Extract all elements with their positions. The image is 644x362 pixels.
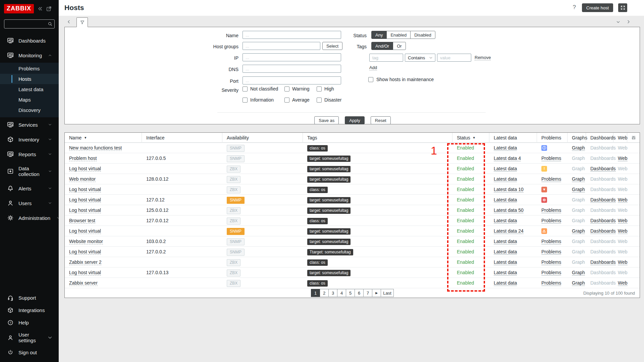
sidebar-item-help[interactable]: ?Help bbox=[0, 316, 59, 329]
sidebar-search-input[interactable] bbox=[4, 19, 55, 28]
latest-data-link[interactable]: Latest data bbox=[494, 280, 517, 286]
latest-data-link[interactable]: Latest data bbox=[494, 145, 517, 151]
sidebar-subitem-discovery[interactable]: Discovery bbox=[0, 105, 59, 115]
next-page-button[interactable]: ▶ bbox=[372, 289, 381, 297]
host-name-link[interactable]: Log host virtual bbox=[69, 187, 101, 192]
severity-option-warning[interactable]: Warning bbox=[284, 86, 317, 92]
web-link[interactable]: Web bbox=[618, 228, 628, 234]
web-link[interactable]: Web bbox=[618, 156, 628, 161]
last-page-button[interactable]: Last bbox=[381, 289, 394, 297]
create-host-button[interactable]: Create host bbox=[582, 3, 613, 12]
tag-value-input[interactable] bbox=[437, 54, 471, 62]
host-name-link[interactable]: Log host virtual bbox=[69, 166, 101, 172]
sidebar-subitem-latest-data[interactable]: Latest data bbox=[0, 84, 59, 95]
dashboards-link[interactable]: Dashboards bbox=[590, 218, 616, 224]
problems-link[interactable]: Problems bbox=[541, 156, 561, 161]
page-button-6[interactable]: 6 bbox=[355, 289, 364, 297]
page-button-1[interactable]: 1 bbox=[311, 289, 320, 297]
web-link[interactable]: Web bbox=[618, 197, 628, 203]
problems-link[interactable]: Problems bbox=[541, 259, 561, 265]
graph-link[interactable]: Graph bbox=[572, 176, 585, 182]
sidebar-item-dashboards[interactable]: Dashboards bbox=[0, 33, 59, 48]
host-name-link[interactable]: Problem host bbox=[69, 156, 97, 161]
column-header-name[interactable]: Name▼ bbox=[65, 133, 142, 143]
page-button-2[interactable]: 2 bbox=[320, 289, 329, 297]
maintenance-checkbox-row[interactable]: Show hosts in maintenance bbox=[368, 77, 434, 82]
checkbox[interactable] bbox=[317, 86, 322, 92]
sidebar-item-reports[interactable]: Reports bbox=[0, 147, 59, 162]
severity-option-disaster[interactable]: Disaster bbox=[317, 97, 354, 103]
checkbox[interactable] bbox=[243, 98, 248, 103]
problem-severity-icon-disaster[interactable]: ⊖ bbox=[541, 197, 547, 203]
host-name-link[interactable]: New macro functions test bbox=[69, 145, 122, 151]
maintenance-checkbox[interactable] bbox=[368, 77, 373, 82]
column-settings-icon[interactable] bbox=[631, 135, 636, 140]
severity-option-information[interactable]: Information bbox=[243, 97, 284, 103]
problems-link[interactable]: Problems bbox=[541, 280, 561, 286]
severity-option-not-classified[interactable]: Not classified bbox=[243, 86, 284, 92]
problem-severity-icon-info[interactable]: ⓘ bbox=[541, 145, 547, 151]
sidebar-subitem-maps[interactable]: Maps bbox=[0, 95, 59, 105]
problem-severity-icon-average[interactable]: ⚠ bbox=[541, 228, 547, 234]
problems-link[interactable]: Problems bbox=[541, 207, 561, 213]
host-name-link[interactable]: Website monitor bbox=[69, 239, 103, 244]
help-icon[interactable]: ? bbox=[573, 4, 576, 11]
sidebar-item-alerts[interactable]: Alerts bbox=[0, 181, 59, 196]
graph-link[interactable]: Graph bbox=[572, 187, 585, 192]
web-link[interactable]: Web bbox=[618, 218, 628, 224]
checkbox[interactable] bbox=[317, 98, 322, 103]
save-as-button[interactable]: Save as bbox=[314, 116, 339, 124]
host-name-link[interactable]: Zabbix server bbox=[69, 280, 98, 286]
tag-name-input[interactable] bbox=[369, 54, 403, 62]
severity-option-high[interactable]: High bbox=[317, 86, 354, 92]
latest-data-link[interactable]: Latest data bbox=[494, 218, 517, 224]
page-button-4[interactable]: 4 bbox=[337, 289, 346, 297]
tag-operator-or[interactable]: Or bbox=[393, 42, 406, 50]
sidebar-subitem-hosts[interactable]: Hosts bbox=[0, 74, 59, 84]
popout-sidebar-icon[interactable] bbox=[46, 6, 52, 12]
latest-data-link[interactable]: Latest data bbox=[494, 239, 517, 244]
latest-data-link[interactable]: Latest data bbox=[494, 176, 517, 182]
problems-link[interactable]: Problems bbox=[541, 176, 561, 182]
latest-data-link[interactable]: Latest data bbox=[494, 259, 517, 265]
host-name-link[interactable]: Log host virtual bbox=[69, 207, 101, 213]
filter-collapse-icon[interactable] bbox=[615, 19, 621, 25]
page-button-5[interactable]: 5 bbox=[346, 289, 355, 297]
page-button-7[interactable]: 7 bbox=[363, 289, 372, 297]
dns-filter-input[interactable] bbox=[243, 65, 341, 73]
status-option-any[interactable]: Any bbox=[371, 31, 387, 39]
host-name-link[interactable]: Web monitor bbox=[69, 176, 96, 182]
problems-link[interactable]: Problems bbox=[541, 270, 561, 276]
ip-filter-input[interactable] bbox=[243, 53, 341, 61]
sidebar-subitem-problems[interactable]: Problems bbox=[0, 63, 59, 74]
latest-data-link[interactable]: Latest data bbox=[494, 197, 517, 203]
severity-option-average[interactable]: Average bbox=[284, 97, 317, 103]
graph-link[interactable]: Graph bbox=[572, 228, 585, 234]
sidebar-item-user-settings[interactable]: User settings bbox=[0, 329, 59, 346]
reset-button[interactable]: Reset bbox=[371, 116, 391, 124]
sidebar-item-services[interactable]: Services bbox=[0, 117, 59, 132]
dashboards-link[interactable]: Dashboards bbox=[590, 166, 616, 172]
dashboards-link[interactable]: Dashboards bbox=[590, 259, 616, 265]
tag-match-select[interactable]: Contains bbox=[405, 54, 435, 62]
web-link[interactable]: Web bbox=[618, 280, 628, 286]
latest-data-link[interactable]: Latest data 24 bbox=[494, 228, 524, 234]
page-button-3[interactable]: 3 bbox=[328, 289, 337, 297]
checkbox[interactable] bbox=[284, 86, 289, 92]
tag-remove-link[interactable]: Remove bbox=[475, 55, 491, 60]
latest-data-link[interactable]: Latest data 4 bbox=[494, 156, 521, 161]
host-name-link[interactable]: Zabbix server 2 bbox=[69, 259, 101, 265]
graph-link[interactable]: Graph bbox=[572, 270, 585, 276]
latest-data-link[interactable]: Latest data 50 bbox=[494, 207, 524, 213]
graph-link[interactable]: Graph bbox=[572, 280, 585, 286]
host-groups-filter-input[interactable] bbox=[243, 42, 320, 50]
latest-data-link[interactable]: Latest data bbox=[494, 249, 517, 255]
problems-link[interactable]: Problems bbox=[541, 239, 561, 244]
dashboards-link[interactable]: Dashboards bbox=[590, 197, 616, 203]
filter-prev-arrow-icon[interactable] bbox=[66, 19, 71, 24]
tag-operator-and-or[interactable]: And/Or bbox=[371, 42, 393, 50]
tag-add-link[interactable]: Add bbox=[369, 65, 377, 70]
name-filter-input[interactable] bbox=[243, 31, 341, 39]
collapse-sidebar-icon[interactable] bbox=[37, 6, 43, 12]
graph-link[interactable]: Graph bbox=[572, 145, 585, 151]
